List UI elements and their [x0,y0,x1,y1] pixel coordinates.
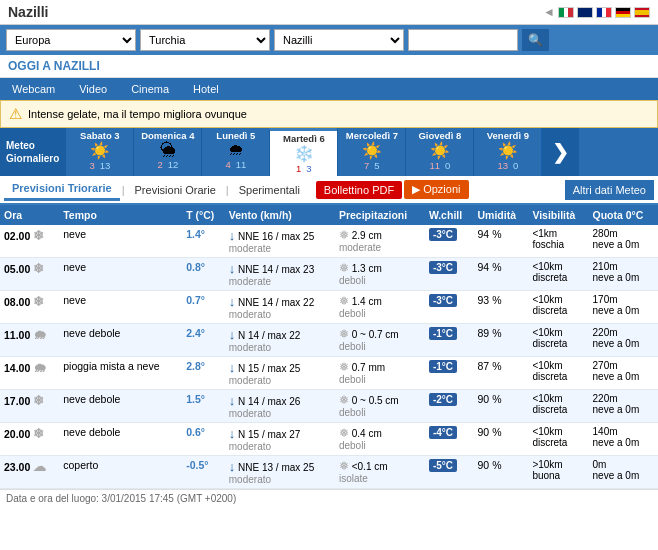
altri-button[interactable]: Altri dati Meteo [565,180,654,200]
day-giovedi[interactable]: Giovedì 8 ☀️ 110 [405,128,473,176]
day-domenica[interactable]: Domenica 4 🌦 212 [133,128,201,176]
header: Nazilli ◄ [0,0,658,25]
day-martedi[interactable]: Martedì 6 ❄️ 13 [269,128,337,176]
table-row: 08.00 ❄neve0.7°↓ NNE 14 / max 22moderato… [0,291,658,324]
col-tempo: Tempo [59,205,182,225]
flag-fr[interactable] [596,7,612,18]
visib-cell: <10kmdiscreta [528,291,588,324]
table-row: 20.00 ❄neve debole0.6°↓ N 15 / max 27mod… [0,423,658,456]
precip-cell: ❅ 2.9 cmmoderate [335,225,425,258]
temp-cell: 0.7° [182,291,225,324]
day-venerdi[interactable]: Venerdì 9 ☀️ 130 [473,128,541,176]
pdf-button[interactable]: Bollettino PDF [316,181,402,199]
umidita-cell: 94 % [474,258,529,291]
subnav-video[interactable]: Video [67,78,119,100]
precip-cell: ❅ 0 ~ 0.7 cmdeboli [335,324,425,357]
table-row: 14.00 🌧pioggia mista a neve2.8°↓ N 15 / … [0,357,658,390]
tab-separator-1: | [122,184,125,196]
col-temp: T (°C) [182,205,225,225]
flag-it[interactable] [558,7,574,18]
temps: 313 [89,160,110,171]
precip-cell: ❅ 0 ~ 0.5 cmdeboli [335,390,425,423]
day-selector: MeteoGiornaliero Sabato 3 ☀️ 313 Domenic… [0,128,658,176]
umidita-cell: 87 % [474,357,529,390]
table-row: 23.00 ☁coperto-0.5°↓ NNE 13 / max 25mode… [0,456,658,489]
table-row: 02.00 ❄neve1.4°↓ NNE 16 / max 25moderate… [0,225,658,258]
day-icon: 🌧 [228,141,244,159]
temp-cell: -0.5° [182,456,225,489]
weather-cell: neve debole [59,324,182,357]
wind-cell: ↓ N 14 / max 22moderato [225,324,335,357]
search-button[interactable]: 🔍 [522,29,549,51]
wchill-cell: -5°C [425,456,474,489]
wchill-cell: -1°C [425,324,474,357]
visib-cell: <10kmdiscreta [528,423,588,456]
opzioni-button[interactable]: ▶ Opzioni [404,180,468,199]
umidita-cell: 90 % [474,456,529,489]
day-more[interactable]: ❯ [541,128,579,176]
region-select[interactable]: Europa [6,29,136,51]
subnav-hotel[interactable]: Hotel [181,78,231,100]
flag-gb[interactable] [577,7,593,18]
table-row: 17.00 ❄neve debole1.5°↓ N 14 / max 26mod… [0,390,658,423]
today-banner: OGGI A NAZILLI [0,55,658,78]
tab-triorarie[interactable]: Previsioni Triorarie [4,178,120,201]
temps: 13 [296,163,312,174]
day-name: Sabato 3 [80,130,120,141]
wchill-cell: -4°C [425,423,474,456]
quota-cell: 210mneve a 0m [589,258,658,291]
temp-cell: 0.8° [182,258,225,291]
meteo-label: MeteoGiornaliero [0,128,65,176]
day-icon: 🌦 [160,141,176,159]
temp-cell: 1.4° [182,225,225,258]
tab-sperimentali[interactable]: Sperimentali [231,180,308,200]
wchill-cell: -3°C [425,225,474,258]
wchill-cell: -3°C [425,258,474,291]
umidita-cell: 90 % [474,390,529,423]
weather-cell: coperto [59,456,182,489]
alert-text: Intense gelate, ma il tempo migliora ovu… [28,108,247,120]
alert-icon: ⚠ [9,105,22,123]
umidita-cell: 89 % [474,324,529,357]
umidita-cell: 94 % [474,225,529,258]
precip-cell: ❅ <0.1 cmisolate [335,456,425,489]
visib-cell: <10kmdiscreta [528,324,588,357]
day-icon: ☀️ [90,141,110,160]
table-row: 05.00 ❄neve0.8°↓ NNE 14 / max 23moderate… [0,258,658,291]
quota-cell: 0mneve a 0m [589,456,658,489]
visib-cell: <1kmfoschia [528,225,588,258]
weather-cell: neve debole [59,423,182,456]
time-cell: 17.00 ❄ [0,390,59,423]
subnav-webcam[interactable]: Webcam [0,78,67,100]
flag-de[interactable] [615,7,631,18]
tab-row: Previsioni Triorarie | Previsioni Orarie… [0,176,658,205]
wind-cell: ↓ N 14 / max 26moderato [225,390,335,423]
wind-cell: ↓ NNE 14 / max 23moderate [225,258,335,291]
subnav: Webcam Video Cinema Hotel [0,78,658,100]
nav-left-arrow: ◄ [543,5,555,19]
temp-cell: 0.6° [182,423,225,456]
weather-cell: neve [59,258,182,291]
visib-cell: <10kmdiscreta [528,390,588,423]
wind-cell: ↓ NNE 13 / max 25moderato [225,456,335,489]
time-cell: 02.00 ❄ [0,225,59,258]
col-umidita: Umidità [474,205,529,225]
day-sabato[interactable]: Sabato 3 ☀️ 313 [65,128,133,176]
day-name: Giovedì 8 [418,130,461,141]
wchill-cell: -2°C [425,390,474,423]
col-wchill: W.chill [425,205,474,225]
day-name: Mercoledì 7 [346,130,398,141]
time-cell: 11.00 🌧 [0,324,59,357]
country-select[interactable]: Turchia [140,29,270,51]
day-mercoledi[interactable]: Mercoledì 7 ☀️ 75 [337,128,405,176]
city-select[interactable]: Nazilli [274,29,404,51]
subnav-cinema[interactable]: Cinema [119,78,181,100]
col-quota: Quota 0°C [589,205,658,225]
precip-cell: ❅ 0.7 mmdeboli [335,357,425,390]
tab-orarie[interactable]: Previsioni Orarie [127,180,224,200]
search-input[interactable] [408,29,518,51]
day-lunedi[interactable]: Lunedì 5 🌧 411 [201,128,269,176]
quota-cell: 270mneve a 0m [589,357,658,390]
flag-es[interactable] [634,7,650,18]
temp-cell: 2.8° [182,357,225,390]
